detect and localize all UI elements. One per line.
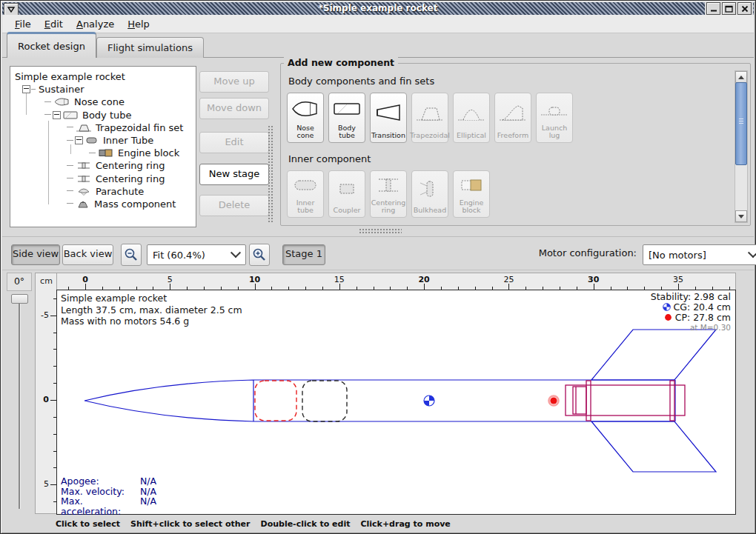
stage-1-toggle[interactable]: Stage 1 bbox=[282, 244, 325, 265]
cg-marker bbox=[424, 396, 434, 406]
splitter-handle-horizontal[interactable] bbox=[359, 228, 402, 235]
tree-item-label: Engine block bbox=[116, 147, 179, 158]
nose-cone-icon bbox=[291, 93, 319, 124]
parachute-outline[interactable] bbox=[255, 381, 296, 421]
inner-tube-outline[interactable] bbox=[566, 385, 685, 415]
add-nose-cone-button[interactable]: Nose cone bbox=[287, 93, 324, 143]
component-button-label: Bulkhead bbox=[413, 207, 447, 217]
inner-tube-icon bbox=[291, 171, 319, 199]
launch-lug-icon bbox=[540, 93, 568, 124]
tree-item-label: Trapezoidal fin set bbox=[94, 122, 183, 133]
add-trapezoidal-button: Trapezoidal bbox=[411, 93, 448, 143]
zoom-in-button[interactable] bbox=[249, 244, 270, 266]
scroll-down-button[interactable] bbox=[735, 210, 747, 222]
tree-item-simple-example-rocket[interactable]: Simple example rocket bbox=[10, 70, 196, 83]
motor-configuration-label: Motor configuration: bbox=[447, 247, 637, 258]
component-button-label: Body tube bbox=[329, 124, 365, 142]
mass-component-outline[interactable] bbox=[302, 381, 347, 421]
minimize-button[interactable] bbox=[706, 2, 720, 15]
body-tube-icon bbox=[63, 111, 78, 119]
cg-value: CG: 20.4 cm bbox=[674, 302, 731, 313]
window-menu-icon[interactable] bbox=[4, 3, 19, 16]
tree-expander-icon[interactable] bbox=[22, 85, 30, 93]
close-button[interactable] bbox=[737, 2, 752, 15]
tree-item-centering-ring[interactable]: Centering ring bbox=[10, 159, 196, 172]
status-hint: Click+drag to move bbox=[360, 519, 450, 529]
rocket-dimensions: Length 37.5 cm, max. diameter 2.5 cm bbox=[61, 304, 242, 316]
tree-item-mass-component[interactable]: Mass component bbox=[10, 198, 196, 210]
component-button-label: Nose cone bbox=[288, 124, 323, 142]
inner-component-row: Inner tubeCouplerCentering ringBulkheadE… bbox=[287, 170, 731, 218]
new-stage-button[interactable]: New stage bbox=[199, 164, 269, 185]
component-button-label: Centering ring bbox=[371, 199, 407, 217]
component-tree[interactable]: Simple example rocketSustainerNose coneB… bbox=[10, 66, 196, 227]
side-view-button[interactable]: Side view bbox=[11, 244, 60, 265]
fin-bottom-outline[interactable] bbox=[591, 421, 716, 472]
tree-expander-icon[interactable] bbox=[53, 111, 61, 119]
parachute-icon bbox=[76, 187, 91, 196]
tree-item-inner-tube[interactable]: Inner Tube bbox=[10, 134, 196, 147]
zoom-out-button[interactable] bbox=[121, 244, 142, 266]
slider-handle[interactable] bbox=[11, 294, 28, 304]
title-bar[interactable]: *Simple example rocket bbox=[2, 2, 754, 15]
component-button-label: Coupler bbox=[333, 207, 362, 217]
add-body-tube-button[interactable]: Body tube bbox=[328, 93, 365, 143]
tree-item-centering-ring[interactable]: Centering ring bbox=[10, 173, 196, 185]
view-toolbar: Side view Back view Fit (60.4%) Stage 1 … bbox=[2, 236, 754, 270]
tree-item-trapezoidal-fin-set[interactable]: Trapezoidal fin set bbox=[10, 121, 196, 134]
tree-item-label: Simple example rocket bbox=[13, 71, 125, 82]
add-component-panel: Add new component Body components and fi… bbox=[280, 63, 751, 226]
status-hint: Click to select bbox=[56, 519, 120, 529]
zoom-select[interactable]: Fit (60.4%) bbox=[147, 244, 246, 265]
component-button-label: Engine block bbox=[454, 199, 489, 217]
menu-edit[interactable]: Edit bbox=[38, 17, 70, 31]
engine-block-icon bbox=[99, 149, 113, 157]
menu-file[interactable]: File bbox=[8, 17, 38, 31]
engine-block-icon bbox=[457, 171, 485, 199]
maximize-button[interactable] bbox=[722, 2, 736, 15]
rocket-canvas[interactable]: Simple example rocket Length 37.5 cm, ma… bbox=[56, 290, 736, 515]
nose-cone-outline[interactable] bbox=[84, 380, 253, 421]
back-view-button[interactable]: Back view bbox=[62, 244, 113, 265]
component-scrollbar[interactable] bbox=[735, 70, 748, 223]
max-velocity-value: N/A bbox=[140, 487, 156, 497]
group-label-body-components-and-fin-sets: Body components and fin sets bbox=[288, 76, 731, 87]
tree-item-parachute[interactable]: Parachute bbox=[10, 185, 196, 198]
window-controls bbox=[705, 2, 753, 15]
nose-cone-icon bbox=[54, 98, 70, 106]
engine-block-outline[interactable] bbox=[573, 387, 586, 414]
apogee-value: N/A bbox=[140, 476, 156, 487]
tree-item-engine-block[interactable]: Engine block bbox=[10, 147, 196, 159]
transition-icon bbox=[374, 93, 402, 132]
component-button-label: Transition bbox=[371, 132, 406, 142]
status-hint: Double-click to edit bbox=[261, 519, 351, 529]
scrollbar-thumb[interactable] bbox=[735, 82, 747, 165]
tab-bar: Rocket designFlight simulations bbox=[7, 34, 204, 58]
rotation-slider[interactable] bbox=[10, 293, 28, 512]
tab-flight-simulations[interactable]: Flight simulations bbox=[96, 37, 204, 58]
body-components-and-fin-sets-row: Nose coneBody tubeTransitionTrapezoidalE… bbox=[287, 93, 731, 143]
add-centering-ring-button: Centering ring bbox=[370, 170, 407, 218]
tree-item-body-tube[interactable]: Body tube bbox=[10, 109, 196, 121]
zoom-value: Fit (60.4%) bbox=[153, 250, 205, 261]
component-button-label: Inner tube bbox=[288, 199, 323, 217]
add-transition-button[interactable]: Transition bbox=[370, 93, 407, 143]
motor-configuration-select[interactable]: [No motors] bbox=[643, 244, 756, 265]
body-tube-icon bbox=[333, 93, 361, 124]
centering-ring-outline-1[interactable] bbox=[586, 381, 591, 421]
tab-rocket-design[interactable]: Rocket design bbox=[7, 32, 96, 58]
splitter-handle-vertical[interactable] bbox=[268, 125, 273, 223]
tree-item-sustainer[interactable]: Sustainer bbox=[10, 83, 196, 96]
tree-item-label: Centering ring bbox=[94, 160, 165, 171]
menu-help[interactable]: Help bbox=[121, 17, 156, 31]
scroll-up-button[interactable] bbox=[735, 71, 747, 83]
tree-expander-icon[interactable] bbox=[75, 136, 83, 144]
centering-ring-icon bbox=[76, 161, 91, 170]
centering-ring-outline-2[interactable] bbox=[670, 381, 674, 421]
fin-top-outline[interactable] bbox=[591, 330, 716, 380]
ruler-vertical: -505 bbox=[35, 290, 57, 514]
tree-item-label: Mass component bbox=[93, 198, 176, 210]
menu-analyze[interactable]: Analyze bbox=[70, 17, 121, 31]
tree-item-nose-cone[interactable]: Nose cone bbox=[10, 96, 196, 108]
mach-note: at M=0.30 bbox=[651, 323, 731, 333]
